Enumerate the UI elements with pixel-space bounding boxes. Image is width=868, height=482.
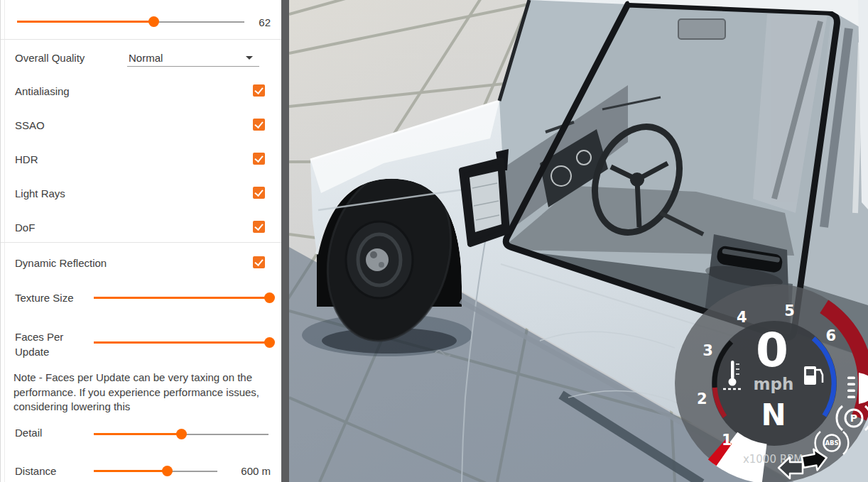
divider — [1, 242, 282, 243]
svg-text:ABS: ABS — [825, 439, 838, 447]
rpm-tick-1: 1 — [722, 432, 732, 449]
hdr-checkbox[interactable] — [253, 153, 265, 165]
detail-thumb[interactable] — [176, 429, 187, 439]
chevron-down-icon[interactable] — [246, 56, 253, 60]
detail-fill — [94, 433, 181, 435]
top-slider-thumb[interactable] — [148, 16, 159, 27]
rpm-tick-3: 3 — [702, 342, 713, 359]
texture-size-slider[interactable] — [94, 292, 269, 303]
faces-per-update-thumb[interactable] — [264, 337, 275, 348]
texture-size-fill — [94, 297, 269, 299]
game-viewport[interactable]: 0 mph N x1000 RPM 123456 P ABS — [289, 0, 868, 482]
distance-fill — [94, 470, 167, 472]
divider — [1, 39, 282, 40]
rpm-tick-4: 4 — [737, 309, 747, 326]
faces-per-update-label: Faces Per Update — [15, 329, 86, 359]
texture-size-label: Texture Size — [15, 292, 74, 304]
rearview-mirror — [678, 19, 725, 39]
rpm-tick-5: 5 — [784, 302, 795, 319]
speed-value: 0 — [756, 323, 788, 378]
gear-indicator: N — [761, 398, 786, 432]
beamng-settings-screen: 62 Overall Quality Normal Antialiasing S… — [0, 0, 868, 482]
gauge-cluster: 0 mph N x1000 RPM 123456 P ABS — [675, 284, 868, 482]
panel-inner-rule — [4, 0, 5, 482]
overall-quality-value[interactable]: Normal — [129, 52, 163, 64]
detail-slider[interactable] — [94, 429, 268, 439]
antialiasing-checkbox[interactable] — [253, 84, 265, 97]
detail-label: Detail — [15, 427, 42, 439]
dof-label: DoF — [15, 221, 35, 234]
overall-quality-label: Overall Quality — [15, 52, 85, 64]
panel-scene-separator — [281, 0, 289, 482]
distance-thumb[interactable] — [162, 466, 173, 476]
top-slider-value: 62 — [239, 16, 271, 28]
dynamic-reflection-label: Dynamic Reflection — [15, 257, 107, 269]
light-rays-checkbox[interactable] — [253, 187, 265, 199]
overall-quality-underline — [127, 66, 259, 67]
distance-slider[interactable] — [94, 466, 217, 476]
dof-checkbox[interactable] — [253, 221, 265, 233]
graphics-settings-panel: 62 Overall Quality Normal Antialiasing S… — [0, 0, 282, 482]
svg-text:P: P — [850, 412, 857, 424]
antialiasing-label: Antialiasing — [15, 85, 70, 97]
dynamic-reflection-checkbox[interactable] — [253, 256, 265, 268]
faces-per-update-fill — [94, 341, 269, 344]
faces-per-update-slider[interactable] — [94, 337, 269, 348]
distance-value: 600 m — [221, 465, 271, 477]
distance-label: Distance — [15, 465, 56, 477]
top-slider[interactable] — [17, 16, 244, 27]
ssao-label: SSAO — [15, 119, 45, 131]
performance-note: Note - Faces per Update can be very taxi… — [13, 371, 272, 415]
speed-unit: mph — [754, 375, 794, 393]
light-rays-label: Light Rays — [15, 187, 65, 199]
top-slider-fill — [17, 21, 153, 23]
rpm-tick-6: 6 — [825, 327, 836, 344]
wheel-hub — [366, 248, 389, 271]
ssao-checkbox[interactable] — [253, 119, 265, 131]
rpm-tick-2: 2 — [697, 390, 707, 407]
hdr-label: HDR — [15, 153, 38, 165]
texture-size-thumb[interactable] — [264, 292, 275, 303]
